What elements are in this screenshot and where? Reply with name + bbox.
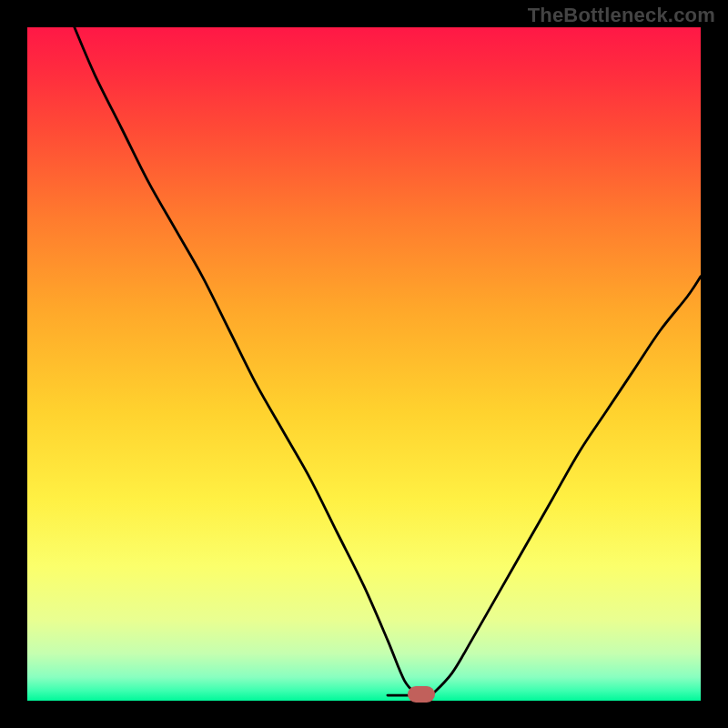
- watermark-text: TheBottleneck.com: [528, 4, 715, 27]
- bottleneck-plot: [27, 27, 701, 701]
- bottleneck-marker: [408, 686, 435, 703]
- heat-background: [27, 27, 701, 701]
- chart-stage: TheBottleneck.com: [0, 0, 728, 728]
